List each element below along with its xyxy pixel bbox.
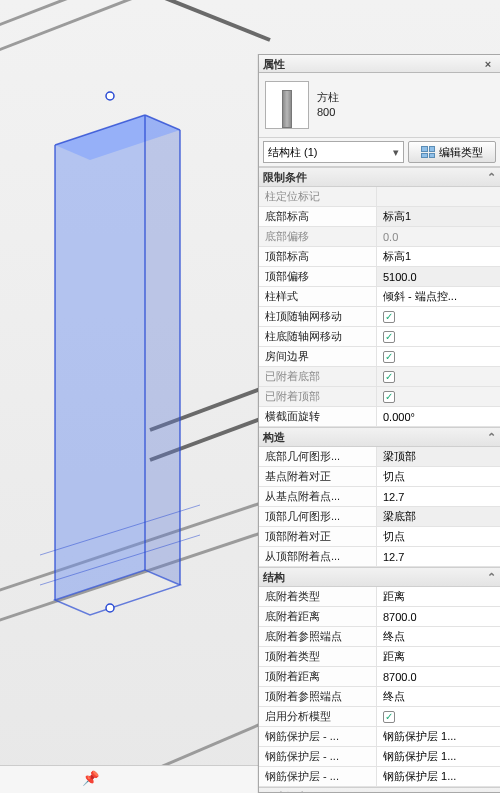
property-checkbox[interactable] bbox=[377, 327, 500, 346]
property-value[interactable]: 12.7 bbox=[377, 547, 500, 566]
property-value bbox=[377, 187, 500, 206]
property-row[interactable]: 从基点附着点...12.7 bbox=[259, 487, 500, 507]
property-row[interactable]: 钢筋保护层 - ...钢筋保护层 1... bbox=[259, 767, 500, 787]
property-row[interactable]: 顶附着类型距离 bbox=[259, 647, 500, 667]
property-row[interactable]: 柱样式倾斜 - 端点控... bbox=[259, 287, 500, 307]
property-row[interactable]: 底附着参照端点终点 bbox=[259, 627, 500, 647]
checkbox-icon bbox=[383, 391, 395, 403]
group-title: 限制条件 bbox=[263, 170, 487, 185]
checkbox-icon[interactable] bbox=[383, 711, 395, 723]
property-row[interactable]: 柱底随轴网移动 bbox=[259, 327, 500, 347]
property-value[interactable]: 梁顶部 bbox=[377, 447, 500, 466]
edit-type-button[interactable]: 编辑类型 bbox=[408, 141, 496, 163]
property-name: 柱底随轴网移动 bbox=[259, 327, 377, 346]
property-name: 钢筋保护层 - ... bbox=[259, 747, 377, 766]
property-name: 顶部偏移 bbox=[259, 267, 377, 286]
checkbox-icon[interactable] bbox=[383, 311, 395, 323]
type-thumbnail bbox=[265, 81, 309, 129]
property-row[interactable]: 底附着类型距离 bbox=[259, 587, 500, 607]
property-value[interactable]: 钢筋保护层 1... bbox=[377, 727, 500, 746]
instance-filter-select[interactable]: 结构柱 (1) ▾ bbox=[263, 141, 404, 163]
group-title: 结构 bbox=[263, 570, 487, 585]
property-value[interactable]: 12.7 bbox=[377, 487, 500, 506]
type-name: 800 bbox=[317, 105, 339, 120]
property-name: 顶附着参照端点 bbox=[259, 687, 377, 706]
checkbox-icon[interactable] bbox=[383, 351, 395, 363]
property-row[interactable]: 顶部标高标高1 bbox=[259, 247, 500, 267]
property-name: 已附着底部 bbox=[259, 367, 377, 386]
property-value[interactable]: 梁底部 bbox=[377, 507, 500, 526]
property-row[interactable]: 从顶部附着点...12.7 bbox=[259, 547, 500, 567]
group-header[interactable]: 构造⌃ bbox=[259, 427, 500, 447]
property-name: 房间边界 bbox=[259, 347, 377, 366]
group-header[interactable]: 结构⌃ bbox=[259, 567, 500, 587]
property-name: 横截面旋转 bbox=[259, 407, 377, 426]
property-name: 柱顶随轴网移动 bbox=[259, 307, 377, 326]
edit-type-label: 编辑类型 bbox=[439, 145, 483, 160]
property-row[interactable]: 顶附着距离8700.0 bbox=[259, 667, 500, 687]
property-value[interactable]: 终点 bbox=[377, 627, 500, 646]
property-row[interactable]: 顶附着参照端点终点 bbox=[259, 687, 500, 707]
property-value[interactable]: 5100.0 bbox=[377, 267, 500, 286]
property-value[interactable]: 切点 bbox=[377, 527, 500, 546]
property-name: 顶部几何图形... bbox=[259, 507, 377, 526]
property-value[interactable]: 距离 bbox=[377, 587, 500, 606]
close-icon[interactable]: × bbox=[480, 55, 496, 73]
property-checkbox[interactable] bbox=[377, 347, 500, 366]
property-row[interactable]: 启用分析模型 bbox=[259, 707, 500, 727]
property-name: 底部标高 bbox=[259, 207, 377, 226]
panel-titlebar[interactable]: 属性 × bbox=[259, 55, 500, 73]
property-row[interactable]: 房间边界 bbox=[259, 347, 500, 367]
property-row[interactable]: 顶部附着对正切点 bbox=[259, 527, 500, 547]
property-checkbox[interactable] bbox=[377, 707, 500, 726]
property-value[interactable]: 标高1 bbox=[377, 207, 500, 226]
property-value[interactable]: 标高1 bbox=[377, 247, 500, 266]
property-row[interactable]: 钢筋保护层 - ...钢筋保护层 1... bbox=[259, 747, 500, 767]
property-row[interactable]: 基点附着对正切点 bbox=[259, 467, 500, 487]
selected-column[interactable] bbox=[40, 92, 200, 615]
property-row: 已附着顶部 bbox=[259, 387, 500, 407]
property-name: 顶部标高 bbox=[259, 247, 377, 266]
property-value[interactable]: 钢筋保护层 1... bbox=[377, 747, 500, 766]
property-row[interactable]: 底部几何图形...梁顶部 bbox=[259, 447, 500, 467]
property-name: 底附着参照端点 bbox=[259, 627, 377, 646]
property-row[interactable]: 横截面旋转0.000° bbox=[259, 407, 500, 427]
property-value[interactable]: 0.000° bbox=[377, 407, 500, 426]
property-row[interactable]: 柱顶随轴网移动 bbox=[259, 307, 500, 327]
top-grip[interactable] bbox=[106, 92, 114, 100]
property-name: 钢筋保护层 - ... bbox=[259, 727, 377, 746]
pin-icon[interactable]: 📌 bbox=[82, 770, 99, 786]
expand-icon: ⌃ bbox=[487, 571, 496, 584]
property-value[interactable]: 切点 bbox=[377, 467, 500, 486]
property-name: 基点附着对正 bbox=[259, 467, 377, 486]
group-header[interactable]: 限制条件⌃ bbox=[259, 167, 500, 187]
property-grid[interactable]: 限制条件⌃柱定位标记底部标高标高1底部偏移0.0顶部标高标高1顶部偏移5100.… bbox=[259, 167, 500, 792]
property-name: 底附着类型 bbox=[259, 587, 377, 606]
property-row[interactable]: 顶部偏移5100.0 bbox=[259, 267, 500, 287]
family-name: 方柱 bbox=[317, 90, 339, 105]
property-name: 顶部附着对正 bbox=[259, 527, 377, 546]
property-value[interactable]: 倾斜 - 端点控... bbox=[377, 287, 500, 306]
property-name: 已附着顶部 bbox=[259, 387, 377, 406]
property-value[interactable]: 终点 bbox=[377, 687, 500, 706]
property-value: 0.0 bbox=[377, 227, 500, 246]
property-row: 柱定位标记 bbox=[259, 187, 500, 207]
bottom-grip[interactable] bbox=[106, 604, 114, 612]
group-title: 构造 bbox=[263, 430, 487, 445]
checkbox-icon[interactable] bbox=[383, 331, 395, 343]
type-selector-row[interactable]: 方柱 800 bbox=[259, 73, 500, 138]
property-row[interactable]: 底附着距离8700.0 bbox=[259, 607, 500, 627]
property-value[interactable]: 8700.0 bbox=[377, 607, 500, 626]
property-row: 已附着底部 bbox=[259, 367, 500, 387]
property-row[interactable]: 底部标高标高1 bbox=[259, 207, 500, 227]
property-checkbox[interactable] bbox=[377, 307, 500, 326]
property-name: 从顶部附着点... bbox=[259, 547, 377, 566]
expand-icon: ⌃ bbox=[487, 431, 496, 444]
property-value[interactable]: 距离 bbox=[377, 647, 500, 666]
property-value[interactable]: 8700.0 bbox=[377, 667, 500, 686]
property-value[interactable]: 钢筋保护层 1... bbox=[377, 767, 500, 786]
property-row[interactable]: 钢筋保护层 - ...钢筋保护层 1... bbox=[259, 727, 500, 747]
group-header[interactable]: 尺寸标注⌃ bbox=[259, 787, 500, 792]
property-row[interactable]: 顶部几何图形...梁底部 bbox=[259, 507, 500, 527]
property-name: 顶附着距离 bbox=[259, 667, 377, 686]
